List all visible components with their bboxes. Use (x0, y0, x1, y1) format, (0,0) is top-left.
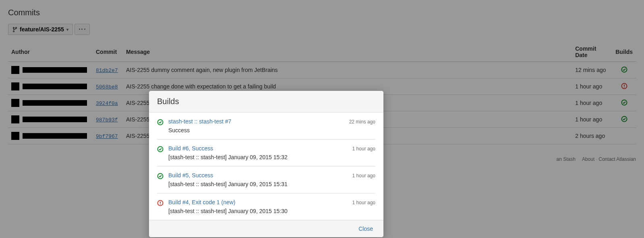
build-item: Build #6, Success1 hour ago[stash-test :… (157, 140, 375, 166)
build-time: 22 mins ago (349, 119, 375, 125)
build-status-icon (157, 145, 164, 160)
success-icon (157, 173, 164, 179)
build-item: Build #4, Exit code 1 (new)1 hour ago[st… (157, 193, 375, 220)
builds-list: stash-test :: stash-test #722 mins agoSu… (149, 113, 383, 220)
dialog-title: Builds (157, 97, 375, 106)
close-button[interactable]: Close (356, 225, 375, 232)
build-link[interactable]: Build #5, Success (168, 172, 213, 178)
build-status-icon (157, 118, 164, 133)
success-icon (157, 146, 164, 152)
build-description: [stash-test :: stash-test] January 09, 2… (168, 208, 375, 214)
build-description: [stash-test :: stash-test] January 09, 2… (168, 154, 375, 160)
build-time: 1 hour ago (352, 200, 375, 205)
build-item: Build #5, Success1 hour ago[stash-test :… (157, 166, 375, 193)
dialog-header: Builds (149, 91, 383, 113)
build-link[interactable]: Build #6, Success (168, 145, 213, 152)
svg-point-11 (160, 204, 161, 205)
build-item: stash-test :: stash-test #722 mins agoSu… (157, 113, 375, 140)
builds-dialog: Builds stash-test :: stash-test #722 min… (149, 91, 383, 237)
build-status-icon (157, 172, 164, 187)
build-status-icon (157, 199, 164, 214)
build-time: 1 hour ago (352, 146, 375, 152)
dialog-footer: Close (149, 220, 383, 237)
build-link[interactable]: Build #4, Exit code 1 (new) (168, 199, 236, 205)
success-icon (157, 119, 164, 125)
build-link[interactable]: stash-test :: stash-test #7 (168, 118, 231, 125)
build-time: 1 hour ago (352, 173, 375, 178)
build-description: [stash-test :: stash-test] January 09, 2… (168, 181, 375, 187)
fail-icon (157, 200, 164, 206)
build-description: Success (168, 127, 375, 133)
